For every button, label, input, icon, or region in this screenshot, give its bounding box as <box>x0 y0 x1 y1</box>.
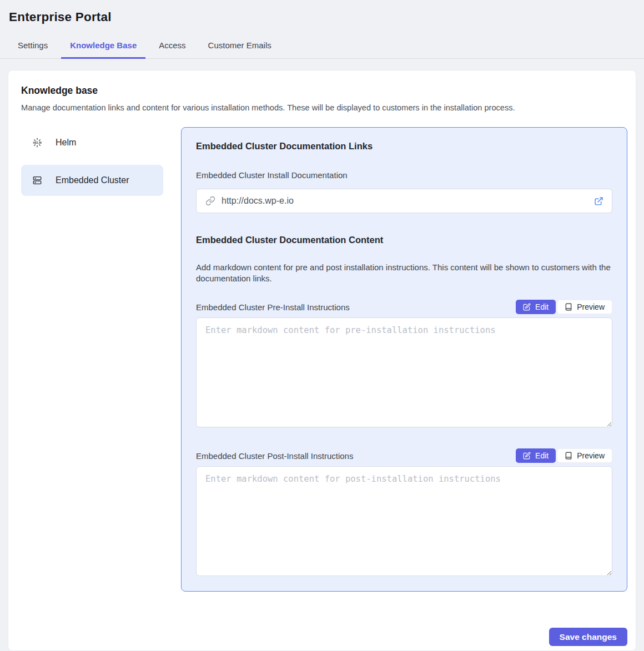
tab-settings[interactable]: Settings <box>9 34 57 59</box>
nav-item-label: Embedded Cluster <box>56 175 129 185</box>
nav-item-helm[interactable]: HELM Helm <box>21 127 163 158</box>
pre-install-mode-toggle: Edit Preview <box>516 300 612 314</box>
tab-bar: Settings Knowledge Base Access Customer … <box>0 34 644 59</box>
embedded-cluster-panel: Embedded Cluster Documentation Links Emb… <box>181 127 627 592</box>
external-link-icon[interactable] <box>594 196 603 206</box>
edit-button[interactable]: Edit <box>516 300 556 314</box>
knowledge-base-card: Knowledge base Manage documentation link… <box>8 70 636 651</box>
post-install-label: Embedded Cluster Post-Install Instructio… <box>196 451 353 461</box>
nav-item-label: Helm <box>56 138 76 148</box>
pre-install-textarea[interactable] <box>196 317 612 427</box>
pre-install-label: Embedded Cluster Pre-Install Instruction… <box>196 302 350 312</box>
svg-text:HELM: HELM <box>33 141 42 144</box>
post-install-textarea[interactable] <box>196 466 612 576</box>
preview-button-label: Preview <box>577 451 605 460</box>
card-description: Manage documentation links and content f… <box>21 103 627 112</box>
install-doc-label: Embedded Cluster Install Documentation <box>196 170 612 180</box>
helm-icon: HELM <box>32 138 42 148</box>
post-install-editor-header: Embedded Cluster Post-Install Instructio… <box>196 448 612 463</box>
save-row: Save changes <box>21 628 627 646</box>
page-title: Enterprise Portal <box>9 10 635 24</box>
content-row: HELM Helm Embedded Cluster E <box>21 127 627 592</box>
edit-icon <box>523 303 531 311</box>
tab-access[interactable]: Access <box>150 34 194 59</box>
preview-button[interactable]: Preview <box>557 448 612 463</box>
save-changes-button[interactable]: Save changes <box>549 628 627 646</box>
page-header: Enterprise Portal <box>0 0 644 24</box>
pre-install-editor-header: Embedded Cluster Pre-Install Instruction… <box>196 300 612 314</box>
edit-icon <box>523 452 531 460</box>
card-title: Knowledge base <box>21 85 627 97</box>
links-section-title: Embedded Cluster Documentation Links <box>196 141 612 152</box>
preview-button-label: Preview <box>577 302 605 311</box>
edit-button[interactable]: Edit <box>516 448 556 463</box>
content-section-description: Add markdown content for pre and post in… <box>196 262 612 284</box>
tab-customer-emails[interactable]: Customer Emails <box>199 34 280 59</box>
link-icon <box>205 196 215 206</box>
edit-button-label: Edit <box>535 451 549 460</box>
install-doc-input-wrap <box>196 189 612 213</box>
post-install-mode-toggle: Edit Preview <box>516 448 612 463</box>
content-section-title: Embedded Cluster Documentation Content <box>196 235 612 245</box>
install-method-nav: HELM Helm Embedded Cluster <box>21 127 163 196</box>
install-doc-url-input[interactable] <box>222 196 588 206</box>
book-icon <box>565 452 572 460</box>
nav-item-embedded-cluster[interactable]: Embedded Cluster <box>21 165 163 196</box>
server-stack-icon <box>32 175 42 185</box>
edit-button-label: Edit <box>535 302 549 311</box>
preview-button[interactable]: Preview <box>557 300 612 314</box>
tab-knowledge-base[interactable]: Knowledge Base <box>61 34 145 59</box>
book-icon <box>565 303 572 311</box>
